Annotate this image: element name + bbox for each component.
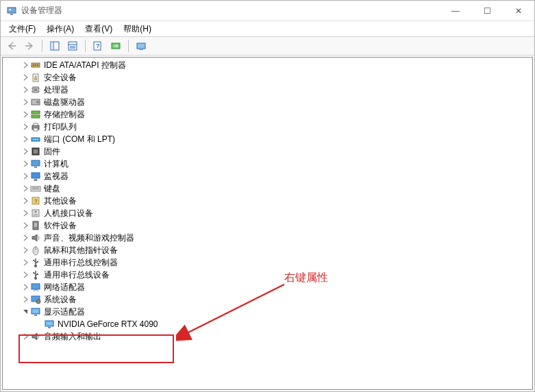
expand-arrow[interactable] — [21, 196, 30, 206]
display-icon — [30, 306, 41, 317]
tree-item[interactable]: 计算机 — [3, 158, 532, 170]
expand-arrow[interactable] — [21, 245, 30, 255]
menu-help[interactable]: 帮助(H) — [118, 22, 157, 36]
expand-arrow[interactable] — [21, 258, 30, 267]
expand-arrow[interactable] — [21, 221, 30, 230]
tree-item-label: IDE ATA/ATAPI 控制器 — [44, 60, 126, 71]
forward-button[interactable] — [21, 38, 38, 54]
svg-rect-70 — [46, 321, 53, 326]
system-icon — [30, 294, 41, 305]
expand-arrow[interactable] — [21, 60, 30, 70]
svg-rect-31 — [34, 123, 38, 125]
svg-rect-1 — [9, 9, 11, 10]
other-icon: ? — [30, 195, 41, 206]
tree-item-label: 存储控制器 — [44, 109, 85, 121]
expand-arrow[interactable] — [21, 270, 30, 280]
expand-arrow[interactable] — [21, 282, 30, 292]
tree-item[interactable]: 安全设备 — [3, 71, 532, 84]
expand-arrow[interactable] — [21, 208, 30, 218]
back-button[interactable] — [3, 38, 20, 54]
tree-item[interactable]: 声音、视频和游戏控制器 — [3, 232, 532, 244]
svg-rect-40 — [34, 167, 37, 168]
tree-item[interactable]: 存储控制器 — [3, 108, 532, 121]
tree-item[interactable]: 软件设备 — [3, 219, 532, 232]
expand-arrow[interactable] — [21, 134, 30, 144]
svg-rect-62 — [37, 273, 38, 275]
expand-arrow[interactable] — [21, 147, 30, 156]
expand-arrow[interactable] — [21, 73, 30, 82]
tree-item-label: 安全设备 — [44, 72, 77, 84]
svg-rect-29 — [32, 115, 40, 118]
tree-item[interactable]: 固件 — [3, 145, 532, 158]
tree-item[interactable]: 处理器 — [3, 84, 532, 96]
tree-item[interactable]: NVIDIA GeForce RTX 4090 — [3, 318, 532, 330]
minimize-button[interactable]: — — [440, 1, 471, 21]
svg-point-17 — [37, 64, 38, 66]
show-hide-tree-button[interactable] — [47, 38, 63, 54]
expand-arrow[interactable] — [21, 97, 30, 107]
tree-item-label: 鼠标和其他指针设备 — [44, 245, 118, 256]
tree-item[interactable]: ?其他设备 — [3, 195, 532, 207]
expand-arrow[interactable] — [21, 159, 30, 169]
tree-item[interactable]: 网络适配器 — [3, 281, 532, 293]
menu-view[interactable]: 查看(V) — [79, 22, 118, 36]
tree-item[interactable]: 打印队列 — [3, 121, 532, 133]
svg-text:?: ? — [34, 198, 38, 204]
tree-item[interactable]: 音频输入和输出 — [3, 330, 532, 343]
toolbar-separator — [85, 40, 86, 52]
svg-point-57 — [33, 260, 34, 261]
expand-arrow[interactable] — [21, 122, 30, 132]
svg-rect-52 — [34, 223, 37, 227]
tree-item[interactable]: 通用串行总线控制器 — [3, 256, 532, 269]
tree-item[interactable]: 鼠标和其他指针设备 — [3, 244, 532, 256]
svg-point-27 — [36, 101, 39, 103]
help-button[interactable]: ? — [90, 38, 106, 54]
expand-arrow[interactable] — [21, 110, 30, 119]
menu-action[interactable]: 操作(A) — [41, 22, 79, 36]
maximize-button[interactable]: ☐ — [471, 1, 503, 21]
menu-file[interactable]: 文件(F) — [3, 22, 41, 36]
keyboard-icon — [30, 183, 41, 194]
title-bar: 设备管理器 — ☐ ✕ — [1, 1, 534, 21]
properties-button[interactable] — [64, 38, 81, 54]
monitor-icon — [30, 171, 41, 182]
svg-rect-21 — [34, 88, 37, 91]
expand-arrow[interactable] — [21, 332, 30, 341]
tree-item[interactable]: 显示适配器 — [3, 306, 532, 318]
tree-item-label: NVIDIA GeForce RTX 4090 — [58, 319, 158, 329]
tree-item[interactable]: 监视器 — [3, 170, 532, 182]
svg-rect-5 — [69, 42, 77, 50]
tree-item[interactable]: 端口 (COM 和 LPT) — [3, 133, 532, 145]
scan-button[interactable] — [108, 38, 124, 54]
expand-arrow[interactable] — [21, 295, 30, 304]
tree-item[interactable]: 磁盘驱动器 — [3, 96, 532, 108]
expand-arrow[interactable] — [21, 171, 30, 181]
disk-icon — [30, 97, 41, 108]
tree-item[interactable]: IDE ATA/ATAPI 控制器 — [3, 59, 532, 71]
svg-rect-32 — [34, 128, 38, 131]
tree-item[interactable]: 人机接口设备 — [3, 207, 532, 219]
svg-rect-28 — [32, 111, 40, 114]
add-hardware-button[interactable] — [133, 38, 149, 54]
expand-arrow[interactable] — [21, 233, 30, 243]
svg-rect-68 — [34, 315, 37, 316]
svg-rect-39 — [32, 160, 40, 166]
svg-rect-58 — [37, 261, 38, 262]
tree-item[interactable]: 系统设备 — [3, 293, 532, 306]
tree-item-label: 通用串行总线控制器 — [44, 257, 118, 269]
tree-item-label: 端口 (COM 和 LPT) — [44, 134, 115, 145]
svg-text:?: ? — [96, 42, 100, 49]
tree-item[interactable]: 通用串行总线设备 — [3, 269, 532, 281]
collapse-arrow[interactable] — [21, 307, 30, 317]
svg-rect-12 — [137, 43, 145, 49]
tree-item-label: 软件设备 — [44, 220, 77, 232]
device-tree[interactable]: IDE ATA/ATAPI 控制器安全设备处理器磁盘驱动器存储控制器打印队列端口… — [2, 57, 533, 390]
svg-rect-41 — [32, 173, 40, 178]
tree-item[interactable]: 键盘 — [3, 182, 532, 195]
expand-arrow[interactable] — [21, 184, 30, 193]
firmware-icon — [30, 146, 41, 157]
network-icon — [30, 282, 41, 293]
port-icon — [30, 134, 41, 145]
close-button[interactable]: ✕ — [503, 1, 534, 21]
expand-arrow[interactable] — [21, 85, 30, 95]
